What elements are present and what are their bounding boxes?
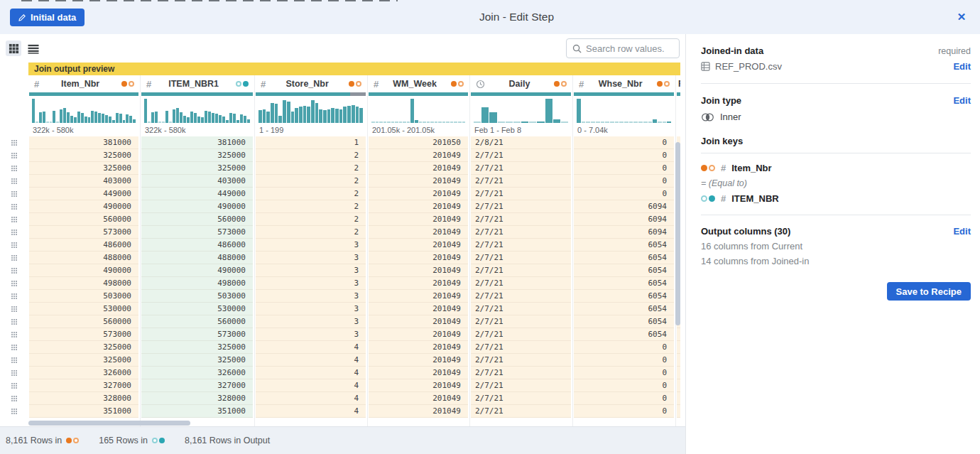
hash-icon: #	[721, 163, 726, 173]
histogram-bar	[419, 121, 423, 123]
row-handle-icon	[11, 383, 13, 384]
vertical-scrollbar[interactable]	[675, 142, 680, 325]
histogram-bar	[275, 104, 278, 123]
histogram-range-label: 322k - 580k	[145, 126, 185, 134]
column-daily: DailyFeb 1 - Feb 82/8/212/7/212/7/212/7/…	[469, 75, 572, 426]
row-handle-icon	[11, 396, 13, 397]
table-cell: 3	[256, 315, 366, 328]
table-cell: 6054	[574, 264, 674, 277]
histogram-bar	[212, 113, 214, 123]
column-histogram: 201.05k - 201.05k	[369, 96, 468, 136]
histogram-bar	[148, 121, 151, 123]
table-cell: 6094	[574, 226, 674, 239]
column-name: Item_Nbr	[39, 79, 121, 89]
histogram-bar	[43, 112, 45, 123]
dataset-table-icon	[701, 62, 710, 71]
orange-outline-dot	[129, 81, 134, 87]
histogram-bar	[577, 99, 581, 123]
histogram-bar	[359, 108, 363, 123]
histogram-bar	[63, 108, 66, 123]
column-header-daily[interactable]: Daily	[470, 75, 572, 92]
orange-filled-dot	[66, 438, 72, 443]
orange-outline-dot	[356, 81, 361, 87]
table-cell: 0	[574, 188, 674, 200]
column-header-item_nbr1[interactable]: #ITEM_NBR1	[141, 75, 254, 92]
table-cell: 2/7/21	[471, 226, 571, 239]
histogram-bars	[371, 99, 465, 123]
row-gutter	[0, 75, 28, 426]
histogram-bar	[319, 109, 322, 123]
row-handle-icon	[11, 293, 13, 295]
list-view-icon[interactable]	[26, 40, 41, 56]
table-cell: 2	[256, 175, 366, 188]
current-source-dots	[554, 81, 567, 87]
table-cell: 201049	[369, 367, 468, 379]
histogram-bar	[561, 121, 568, 123]
table-cell: 201049	[369, 162, 468, 175]
table-cell: 201049	[369, 188, 468, 200]
histogram-bar	[116, 113, 119, 123]
histogram-bar	[591, 121, 595, 123]
row-handle-icon	[11, 229, 13, 231]
histogram-bar	[119, 114, 122, 123]
table-cell: 201049	[369, 405, 468, 418]
table-cell: 560000	[29, 315, 138, 328]
histogram-bar	[240, 114, 243, 123]
horizontal-scrollbar[interactable]	[28, 421, 190, 426]
table-cell: 351000	[141, 405, 253, 418]
grid-view-icon[interactable]	[6, 40, 21, 56]
table-cell: 530000	[29, 303, 138, 315]
save-to-recipe-button[interactable]: Save to Recipe	[887, 282, 971, 301]
edit-joined-in-link[interactable]: Edit	[953, 61, 971, 72]
histogram-bar	[295, 108, 298, 123]
histogram-bar	[327, 109, 331, 123]
histogram-bar	[605, 121, 609, 123]
histogram-bar	[410, 99, 414, 123]
histogram-bar	[601, 121, 605, 123]
histogram-bar	[278, 116, 282, 123]
table-cell: 4	[256, 405, 366, 418]
table-cell: 328000	[141, 392, 253, 405]
column-header-item_nbr[interactable]: #Item_Nbr	[28, 75, 140, 92]
column-header-wm_week[interactable]: #WM_Week	[368, 75, 469, 92]
histogram-bar	[615, 121, 619, 123]
histogram-bar	[236, 120, 239, 123]
histogram-bar	[219, 115, 222, 123]
histogram-bar	[311, 100, 315, 123]
search-input[interactable]	[586, 43, 673, 54]
search-icon	[572, 44, 582, 53]
column-header-whse_nbr[interactable]: #Whse_Nbr	[573, 75, 675, 92]
histogram-bar	[67, 112, 70, 123]
column-store_nbr: #Store_Nbr1 - 1991222222233333333444444	[254, 75, 367, 426]
table-cell	[677, 341, 680, 354]
column-header-r[interactable]: R	[676, 75, 680, 92]
edit-join-type-link[interactable]: Edit	[953, 95, 971, 106]
column-header-store_nbr[interactable]: #Store_Nbr	[255, 75, 367, 92]
table-cell: 3	[256, 277, 366, 290]
close-icon[interactable]: ✕	[954, 10, 969, 24]
row-handle-icon	[11, 268, 13, 269]
histogram-bar	[442, 121, 446, 123]
orange-outline-dot	[664, 81, 670, 87]
histogram-bar	[109, 117, 111, 123]
row-handle-icon	[11, 370, 13, 372]
divider	[701, 215, 971, 215]
edit-output-columns-link[interactable]: Edit	[953, 226, 971, 237]
histogram-bar	[596, 121, 600, 123]
table-cell: 6054	[574, 239, 674, 252]
histogram-range-label: 1 - 199	[259, 126, 283, 134]
histogram-bar	[85, 117, 87, 123]
table-cell: 6054	[574, 277, 674, 290]
histogram-bar	[446, 121, 450, 123]
column-name: WM_Week	[379, 79, 451, 89]
histogram-bar	[176, 108, 179, 123]
orange-outline-dot	[709, 165, 715, 171]
histogram-bar	[197, 117, 200, 123]
histogram-bar	[46, 121, 49, 123]
table-cell: 0	[574, 149, 674, 162]
histogram-bar	[173, 109, 175, 123]
histogram-bar	[74, 117, 77, 123]
histogram-range-label: Feb 1 - Feb 8	[474, 126, 521, 134]
histogram-bar	[537, 121, 544, 123]
status-bar: 8,161 Rows in 165 Rows in 8,161 Rows in …	[0, 426, 685, 454]
